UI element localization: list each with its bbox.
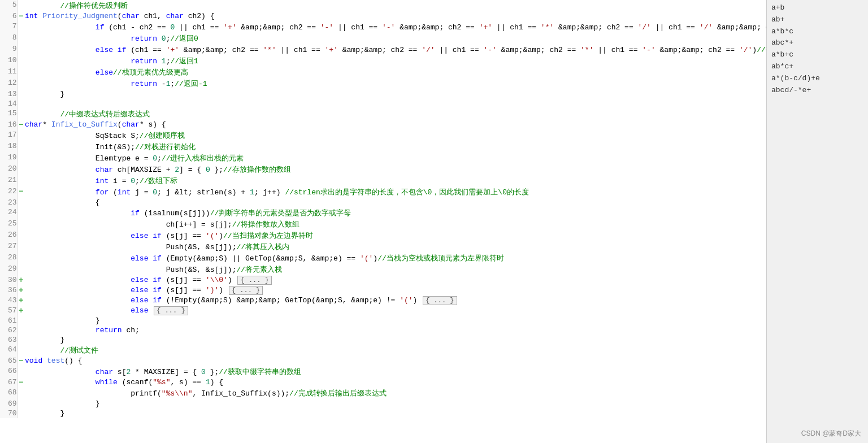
code-line: else//栈顶元素优先级更高 — [25, 67, 766, 78]
code-line: char s[2 * MAXSIZE] = { 0 };//获取中缀字符串的数组 — [25, 366, 766, 377]
line-number: 61 — [0, 316, 17, 325]
code-line: return -1;//返回-1 — [25, 78, 766, 89]
code-line: Init(&S);//对栈进行初始化 — [25, 141, 766, 153]
code-line: } — [25, 89, 766, 99]
table-row: 9 else if (ch1 == '+' &amp;&amp; ch2 == … — [0, 44, 766, 55]
fold-icon[interactable]: − — [17, 377, 25, 388]
fold-icon — [17, 325, 25, 335]
line-number: 21 — [0, 175, 17, 186]
fold-box[interactable]: { ... } — [229, 286, 263, 295]
table-row: 61 } — [0, 316, 766, 325]
table-row: 29 Push(&S, &s[j]);//将元素入栈 — [0, 264, 766, 275]
fold-icon[interactable]: − — [17, 120, 25, 130]
table-row: 28 else if (Empty(&amp;S) || GetTop(&amp… — [0, 253, 766, 264]
fold-icon — [17, 89, 25, 99]
fold-icon — [17, 55, 25, 67]
fold-icon — [17, 264, 25, 275]
line-number: 11 — [0, 67, 17, 78]
code-line: Push(&S, &s[j]);//将其压入栈内 — [25, 241, 766, 253]
fold-icon — [17, 219, 25, 230]
code-table: 5 //操作符优先级判断6−int Priority_Judgment(char… — [0, 0, 766, 418]
table-row: 23 { — [0, 198, 766, 207]
fold-icon — [17, 99, 25, 108]
table-row: 66 char s[2 * MAXSIZE] = { 0 };//获取中缀字符串… — [0, 366, 766, 377]
table-row: 12 return -1;//返回-1 — [0, 78, 766, 89]
code-line: Push(&S, &s[j]);//将元素入栈 — [25, 264, 766, 275]
fold-box[interactable]: { ... } — [237, 276, 271, 285]
fold-icon[interactable]: + — [17, 275, 25, 285]
fold-icon — [17, 164, 25, 175]
line-number: 8 — [0, 33, 17, 44]
line-number: 70 — [0, 409, 17, 418]
fold-icon — [17, 345, 25, 356]
line-number: 17 — [0, 130, 17, 141]
line-number: 22 — [0, 186, 17, 198]
fold-icon — [17, 409, 25, 418]
code-line: } — [25, 399, 766, 409]
line-number: 28 — [0, 253, 17, 264]
line-number: 26 — [0, 230, 17, 241]
line-number: 68 — [0, 388, 17, 399]
fold-icon[interactable]: + — [17, 306, 25, 316]
table-row: 68 printf("%s\\n", Infix_to_Suffix(s));/… — [0, 388, 766, 399]
line-number: 13 — [0, 89, 17, 99]
code-line: else if (s[j] == ')') { ... } — [25, 285, 766, 296]
table-row: 7 if (ch1 - ch2 == 0 || ch1 == '+' &amp;… — [0, 21, 766, 33]
sidebar-item: abcd/-*e+ — [771, 85, 863, 97]
table-row: 36+ else if (s[j] == ')') { ... } — [0, 285, 766, 296]
sidebar-item: a*b+c — [771, 49, 863, 61]
table-row: 30+ else if (s[j] == '\\0') { ... } — [0, 275, 766, 285]
table-row: 16−char* Infix_to_Suffix(char* s) { — [0, 120, 766, 130]
line-number: 15 — [0, 108, 17, 120]
table-row: 62 return ch; — [0, 325, 766, 335]
fold-icon[interactable]: − — [17, 11, 25, 21]
table-row: 57+ else { ... } — [0, 306, 766, 316]
table-row: 70 } — [0, 409, 766, 418]
code-line: //操作符优先级判断 — [25, 0, 766, 11]
fold-icon — [17, 130, 25, 141]
line-number: 65 — [0, 356, 17, 366]
line-number: 9 — [0, 44, 17, 55]
fold-icon[interactable]: − — [17, 356, 25, 366]
line-number: 67 — [0, 377, 17, 388]
fold-icon[interactable]: − — [17, 186, 25, 198]
line-number: 27 — [0, 241, 17, 253]
fold-icon[interactable]: + — [17, 285, 25, 296]
line-number: 14 — [0, 99, 17, 108]
fold-icon — [17, 67, 25, 78]
line-number: 69 — [0, 399, 17, 409]
line-number: 66 — [0, 366, 17, 377]
code-line: else if (s[j] == '(')//当扫描对象为左边界符时 — [25, 230, 766, 241]
code-line: char* Infix_to_Suffix(char* s) { — [25, 120, 766, 130]
fold-box[interactable]: { ... } — [423, 296, 457, 305]
watermark: CSDN @蒙奇D家大 — [801, 429, 861, 438]
code-line: for (int j = 0; j &lt; strlen(s) + 1; j+… — [25, 186, 766, 198]
table-row: 63 } — [0, 335, 766, 345]
code-area[interactable]: 5 //操作符优先级判断6−int Priority_Judgment(char… — [0, 0, 766, 443]
table-row: 6−int Priority_Judgment(char ch1, char c… — [0, 11, 766, 21]
fold-icon[interactable]: + — [17, 296, 25, 306]
line-number: 6 — [0, 11, 17, 21]
fold-icon — [17, 230, 25, 241]
fold-box[interactable]: { ... } — [154, 306, 188, 315]
code-line: } — [25, 335, 766, 345]
line-number: 30 — [0, 275, 17, 285]
code-line: //中缀表达式转后缀表达式 — [25, 108, 766, 120]
table-row: 20 char ch[MAXSIZE + 2] = { 0 };//存放操作数的… — [0, 164, 766, 175]
code-line: if (ch1 - ch2 == 0 || ch1 == '+' &amp;&a… — [25, 21, 766, 33]
fold-icon — [17, 141, 25, 153]
code-line: } — [25, 316, 766, 325]
fold-icon — [17, 108, 25, 120]
code-line: { — [25, 198, 766, 207]
fold-icon — [17, 78, 25, 89]
code-line: SqStack S;//创建顺序栈 — [25, 130, 766, 141]
table-row: 10 return 1;//返回1 — [0, 55, 766, 67]
fold-icon — [17, 335, 25, 345]
table-row: 24 if (isalnum(s[j]))//判断字符串的元素类型是否为数字或字… — [0, 207, 766, 219]
sidebar-item: a+b — [771, 2, 863, 14]
code-line: ch[i++] = s[j];//将操作数放入数组 — [25, 219, 766, 230]
fold-icon — [17, 198, 25, 207]
line-number: 24 — [0, 207, 17, 219]
table-row: 13 } — [0, 89, 766, 99]
code-line: while (scanf("%s", s) == 1) { — [25, 377, 766, 388]
